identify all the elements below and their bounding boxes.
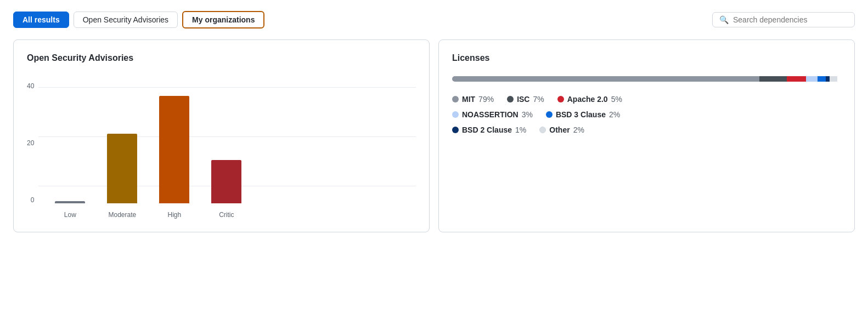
legend-row-1: MIT 79% ISC 7% Apache 2.0 5% (452, 95, 841, 104)
legend-bsd3: BSD 3 Clause 2% (546, 110, 620, 119)
legend-apache: Apache 2.0 5% (557, 95, 622, 104)
search-box: 🔍 (712, 12, 855, 27)
bar-noassertion (806, 76, 818, 82)
legend-mit: MIT 79% (452, 95, 494, 104)
mit-pct: 79% (478, 95, 494, 104)
y-label-0: 0 (31, 197, 35, 203)
my-organizations-tab[interactable]: My organizations (182, 11, 264, 28)
isc-dot (507, 96, 514, 102)
security-chart-title: Open Security Advisories (27, 53, 416, 63)
bsd2-dot (452, 127, 459, 133)
bar-mit (452, 76, 759, 82)
legend-noassertion: NOASSERTION 3% (452, 110, 533, 119)
x-label-moderate: Moderate (107, 211, 137, 219)
bsd3-name: BSD 3 Clause (556, 110, 606, 119)
legend-bsd2: BSD 2 Clause 1% (452, 125, 526, 134)
security-advisories-card: Open Security Advisories 40 20 0 (13, 39, 430, 232)
isc-pct: 7% (533, 95, 544, 104)
bsd2-name: BSD 2 Clause (462, 125, 512, 134)
noassertion-name: NOASSERTION (462, 110, 518, 119)
bar-critic (211, 160, 241, 203)
bsd3-dot (546, 111, 553, 118)
all-results-tab[interactable]: All results (13, 12, 69, 28)
other-dot (539, 127, 546, 133)
y-axis: 40 20 0 (27, 83, 38, 203)
apache-pct: 5% (611, 95, 622, 104)
bar-apache (787, 76, 806, 82)
x-label-critic: Critic (211, 211, 241, 219)
bsd3-pct: 2% (609, 110, 620, 119)
search-icon: 🔍 (719, 15, 729, 24)
legend-row-2: NOASSERTION 3% BSD 3 Clause 2% (452, 110, 841, 119)
y-label-20: 20 (27, 140, 34, 146)
other-pct: 2% (573, 125, 584, 134)
open-security-tab[interactable]: Open Security Advisories (74, 12, 178, 28)
bar-chart: 40 20 0 (27, 76, 416, 219)
bsd2-pct: 1% (515, 125, 526, 134)
bar-low (55, 201, 85, 203)
licenses-title: Licenses (452, 53, 841, 63)
y-label-40: 40 (27, 83, 34, 89)
mit-dot (452, 96, 459, 102)
license-bar-container (452, 76, 841, 82)
top-bar: All results Open Security Advisories My … (13, 11, 855, 28)
mit-name: MIT (462, 95, 475, 104)
other-name: Other (549, 125, 570, 134)
bar-moderate (107, 134, 137, 203)
noassertion-pct: 3% (522, 110, 533, 119)
apache-dot (557, 96, 564, 102)
cards-row: Open Security Advisories 40 20 0 (13, 39, 855, 232)
bar-high (159, 96, 189, 203)
licenses-card: Licenses MIT 79% (438, 39, 855, 232)
bar-isc (759, 76, 787, 82)
legend-isc: ISC 7% (507, 95, 544, 104)
search-input[interactable] (733, 15, 848, 24)
x-label-low: Low (55, 211, 85, 219)
legend-row-3: BSD 2 Clause 1% Other 2% (452, 125, 841, 134)
bar-bsd2 (826, 76, 830, 82)
license-legend: MIT 79% ISC 7% Apache 2.0 5% NOA (452, 95, 841, 134)
bar-bsd3 (818, 76, 825, 82)
isc-name: ISC (517, 95, 529, 104)
apache-name: Apache 2.0 (567, 95, 608, 104)
legend-other: Other 2% (539, 125, 584, 134)
license-bar (452, 76, 841, 82)
bar-other (830, 76, 837, 82)
x-label-high: High (159, 211, 189, 219)
noassertion-dot (452, 111, 459, 118)
